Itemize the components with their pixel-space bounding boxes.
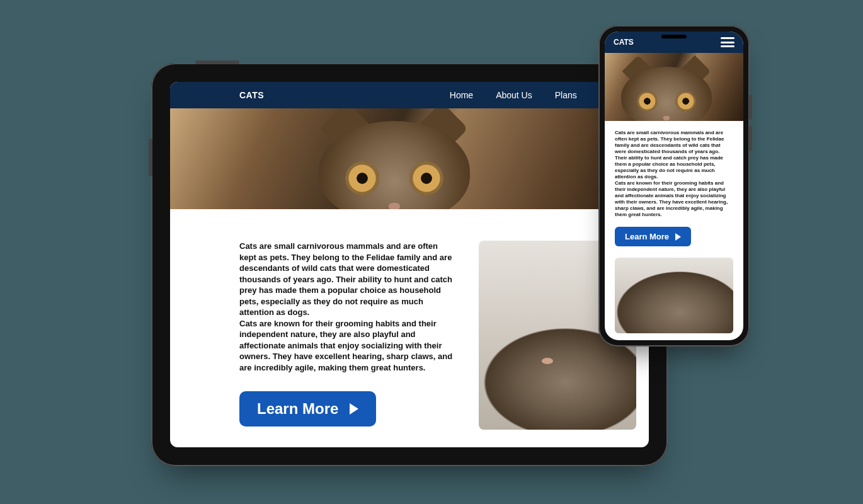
hero-image-mobile: [605, 53, 743, 121]
paragraph-2-mobile: Cats are known for their grooming habits…: [615, 180, 733, 218]
phone-side-button-1: [749, 94, 752, 120]
paragraph-1: Cats are small carnivorous mammals and a…: [239, 241, 454, 318]
nav-link-home[interactable]: Home: [450, 90, 473, 100]
phone-device-frame: CATS Cats are small carnivorous mammals …: [598, 25, 750, 346]
learn-more-label: Learn More: [257, 400, 338, 418]
phone-camera-cutout: [661, 35, 687, 38]
navbar-mobile: CATS: [605, 32, 743, 53]
cat-face-graphic: [319, 121, 470, 209]
brand-logo[interactable]: CATS: [239, 90, 264, 100]
cat-face-graphic-mobile: [621, 67, 712, 121]
tablet-volume-button: [149, 139, 152, 176]
learn-more-label-mobile: Learn More: [625, 232, 669, 241]
nav-link-about[interactable]: About Us: [496, 90, 532, 100]
tablet-device-frame: CATS Home About Us Plans Contact Cats ar…: [151, 63, 668, 466]
content-section: Cats are small carnivorous mammals and a…: [170, 209, 649, 430]
learn-more-button[interactable]: Learn More: [239, 391, 376, 427]
paragraph-1-mobile: Cats are small carnivorous mammals and a…: [615, 130, 733, 180]
phone-screen: CATS Cats are small carnivorous mammals …: [605, 32, 743, 340]
paragraph-2: Cats are known for their grooming habits…: [239, 318, 454, 374]
phone-side-button-2: [749, 126, 752, 151]
content-side-image-mobile: [615, 258, 733, 333]
navbar: CATS Home About Us Plans Contact: [170, 82, 649, 108]
tablet-power-button: [195, 60, 239, 64]
hamburger-icon[interactable]: [721, 37, 734, 47]
nav-link-plans[interactable]: Plans: [555, 90, 577, 100]
tablet-screen: CATS Home About Us Plans Contact Cats ar…: [170, 82, 649, 447]
play-icon: [350, 403, 358, 415]
play-icon-mobile: [675, 233, 681, 241]
content-section-mobile: Cats are small carnivorous mammals and a…: [605, 121, 743, 340]
learn-more-button-mobile[interactable]: Learn More: [615, 227, 691, 246]
brand-logo-mobile[interactable]: CATS: [614, 38, 634, 47]
content-text: Cats are small carnivorous mammals and a…: [239, 241, 454, 430]
hero-image: [170, 108, 649, 209]
